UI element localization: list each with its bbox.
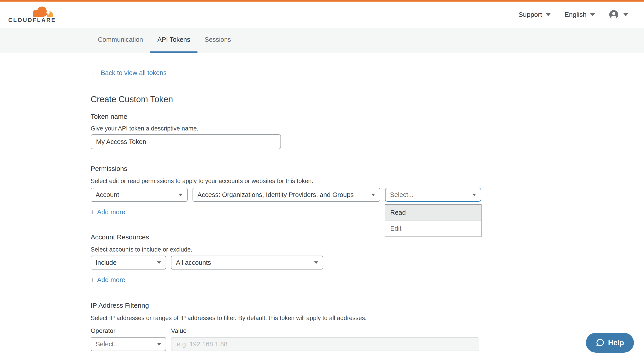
cloudflare-wordmark: CLOUDFLARE (8, 17, 56, 23)
resource-accounts-dropdown[interactable]: All accounts (171, 256, 323, 269)
permission-level-menu: Read Edit (385, 204, 482, 237)
chevron-down-icon (546, 13, 551, 16)
account-resources-row: Include All accounts (91, 256, 644, 269)
account-resources-heading: Account Resources (91, 232, 644, 242)
back-link-label: Back to view all tokens (101, 68, 166, 78)
support-label: Support (518, 11, 542, 19)
ip-filtering-row: Select... (91, 337, 644, 351)
tab-api-tokens[interactable]: API Tokens (150, 28, 197, 53)
language-label: English (564, 11, 586, 19)
chat-bubble-icon (596, 338, 605, 347)
top-orange-bar (0, 0, 644, 2)
value-label: Value (171, 326, 187, 335)
operator-label: Operator (91, 326, 171, 335)
permissions-description: Select edit or read permissions to apply… (91, 177, 644, 185)
support-menu[interactable]: Support (518, 11, 551, 19)
account-menu[interactable] (609, 10, 628, 19)
ip-filtering-labels: Operator Value (91, 326, 644, 335)
chevron-down-icon (371, 194, 375, 196)
permission-level-placeholder: Select... (390, 191, 414, 199)
back-arrow-icon: ← (91, 68, 98, 78)
resource-mode-value: Include (96, 259, 117, 266)
menu-option-edit[interactable]: Edit (385, 221, 481, 236)
cloudflare-logo[interactable]: CLOUDFLARE (8, 6, 54, 23)
ip-filtering-heading: IP Address Filtering (91, 301, 644, 310)
chevron-down-icon (472, 194, 476, 196)
ip-operator-dropdown[interactable]: Select... (91, 337, 166, 351)
cloudflare-cloud-icon (30, 6, 54, 18)
plus-icon: + (91, 208, 95, 216)
permissions-row: Account Access: Organizations, Identity … (91, 188, 644, 202)
chevron-down-icon (623, 13, 628, 16)
chevron-down-icon (157, 343, 161, 345)
language-menu[interactable]: English (564, 11, 595, 19)
permission-resource-value: Access: Organizations, Identity Provider… (198, 191, 354, 199)
resource-mode-dropdown[interactable]: Include (91, 256, 166, 269)
ip-filtering-description: Select IP addresses or ranges of IP addr… (91, 314, 644, 322)
ip-value-input[interactable] (171, 337, 479, 351)
account-resources-add-more-link[interactable]: + Add more (91, 275, 125, 284)
back-to-tokens-link[interactable]: ← Back to view all tokens (91, 68, 166, 78)
plus-icon: + (91, 275, 95, 284)
tab-communication[interactable]: Communication (91, 28, 150, 53)
token-name-input[interactable] (91, 134, 281, 149)
chevron-down-icon (314, 261, 318, 264)
account-resources-add-more-label: Add more (97, 275, 126, 284)
permissions-heading: Permissions (91, 164, 644, 173)
token-name-description: Give your API token a descriptive name. (91, 124, 644, 133)
ip-operator-placeholder: Select... (96, 340, 119, 348)
token-name-heading: Token name (91, 112, 644, 121)
menu-option-read[interactable]: Read (385, 205, 481, 221)
permissions-add-more-link[interactable]: + Add more (91, 208, 125, 216)
user-avatar-icon (609, 10, 618, 19)
permission-scope-dropdown[interactable]: Account (91, 188, 188, 202)
chevron-down-icon (178, 194, 183, 196)
header-nav: Support English (518, 10, 628, 19)
help-button-label: Help (608, 338, 624, 347)
help-button[interactable]: Help (586, 333, 634, 352)
account-resources-description: Select accounts to include or exclude. (91, 245, 644, 254)
permission-scope-value: Account (96, 191, 119, 199)
tab-bar: Communication API Tokens Sessions (0, 28, 644, 53)
page-title: Create Custom Token (91, 94, 644, 105)
chevron-down-icon (590, 13, 595, 16)
permissions-add-more-label: Add more (97, 208, 126, 216)
main-content: ← Back to view all tokens Create Custom … (0, 68, 644, 351)
permission-resource-dropdown[interactable]: Access: Organizations, Identity Provider… (192, 188, 380, 202)
header: CLOUDFLARE Support English (0, 2, 644, 28)
resource-accounts-value: All accounts (176, 259, 211, 266)
tab-sessions[interactable]: Sessions (198, 28, 238, 53)
permission-level-dropdown[interactable]: Select... Read Edit (385, 188, 481, 202)
chevron-down-icon (157, 261, 161, 264)
